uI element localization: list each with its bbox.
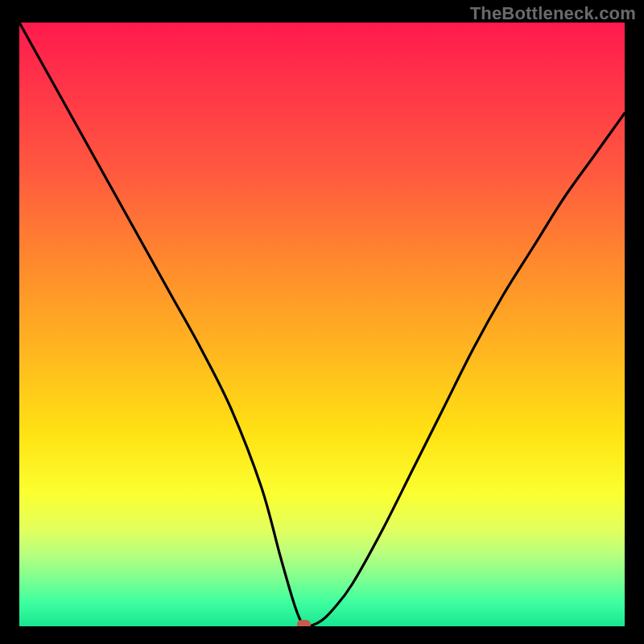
bottleneck-curve bbox=[19, 23, 625, 626]
minimum-marker bbox=[297, 621, 310, 627]
plot-area bbox=[19, 23, 625, 626]
plot-svg bbox=[19, 23, 625, 626]
chart-frame: TheBottleneck.com bbox=[0, 0, 644, 644]
watermark-text: TheBottleneck.com bbox=[470, 3, 636, 24]
